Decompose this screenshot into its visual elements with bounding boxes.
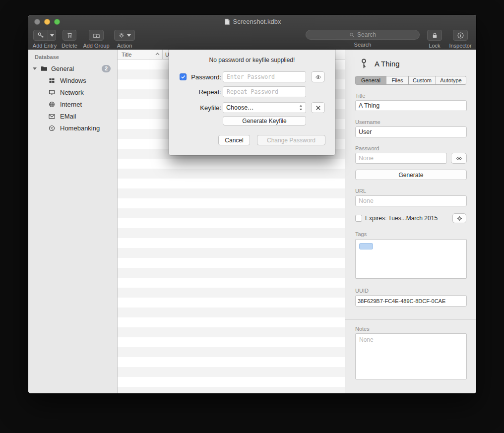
tab-autotype[interactable]: Autotype <box>436 76 466 84</box>
popup-stepper-icon <box>299 105 303 111</box>
key-icon <box>357 57 372 71</box>
globe-icon <box>48 101 56 108</box>
toolbar-item-add-group: Add Group <box>81 30 112 49</box>
sidebar-item-label: General <box>51 65 74 72</box>
delete-label: Delete <box>60 43 79 49</box>
coin-percent-icon <box>48 124 56 132</box>
delete-button[interactable] <box>63 30 76 41</box>
action-label: Action <box>113 43 136 49</box>
column-header-title[interactable]: Title <box>122 52 131 58</box>
sidebar-item-windows[interactable]: Windows <box>28 74 117 86</box>
search-icon <box>349 32 355 38</box>
action-button[interactable] <box>114 30 135 41</box>
window-title: Screenshot.kdbx <box>233 18 281 25</box>
add-entry-button[interactable] <box>33 30 56 41</box>
inspector-button[interactable] <box>453 30 468 41</box>
traffic-lights <box>34 19 60 25</box>
entry-header: A Thing <box>345 50 476 69</box>
dialog-repeat-input[interactable] <box>223 86 306 97</box>
uuid-field[interactable] <box>355 295 467 307</box>
padlock-icon <box>431 32 439 39</box>
gear-icon <box>456 215 463 222</box>
change-password-button[interactable]: Change Password <box>257 135 325 145</box>
tags-field-label: Tags <box>355 231 466 237</box>
dialog-password-input[interactable] <box>223 71 306 82</box>
key-plus-icon <box>34 30 48 40</box>
titlebar[interactable]: Screenshot.kdbx <box>28 15 476 28</box>
section-divider <box>345 319 476 320</box>
reveal-password-button[interactable] <box>451 153 467 164</box>
sidebar-item-internet[interactable]: Internet <box>28 98 117 110</box>
add-entry-label: Add Entry <box>30 43 60 49</box>
url-field-label: URL <box>355 188 466 194</box>
x-icon <box>315 105 321 111</box>
windows-icon <box>48 77 56 84</box>
eye-icon <box>314 74 322 80</box>
generate-password-button[interactable]: Generate <box>355 170 467 180</box>
notes-field-label: Notes <box>355 326 466 332</box>
monitor-icon <box>48 89 56 96</box>
generate-keyfile-button[interactable]: Generate Keyfile <box>223 116 306 125</box>
toolbar-item-add-entry: Add Entry <box>30 30 60 49</box>
sidebar-item-label: Internet <box>60 101 82 108</box>
sidebar-item-label: Homebanking <box>60 124 100 132</box>
sidebar-item-label: EMail <box>60 113 76 120</box>
sidebar-item-label: Network <box>60 89 84 96</box>
notes-field[interactable] <box>355 333 467 379</box>
sidebar-item-network[interactable]: Network <box>28 86 117 98</box>
uuid-field-label: UUID <box>355 288 466 294</box>
envelope-icon <box>48 113 56 120</box>
expires-checkbox[interactable] <box>355 215 362 222</box>
info-icon <box>457 32 464 39</box>
cancel-button[interactable]: Cancel <box>218 135 250 145</box>
toolbar-item-search: Search Search <box>306 30 420 48</box>
search-label: Search <box>306 42 420 48</box>
toolbar-item-lock: Lock <box>424 30 445 49</box>
url-field[interactable] <box>355 195 467 206</box>
expires-options-button[interactable] <box>452 213 466 223</box>
sidebar-item-email[interactable]: EMail <box>28 110 117 122</box>
password-enabled-checkbox[interactable] <box>180 73 187 80</box>
username-field-label: Username <box>355 119 466 125</box>
username-field[interactable] <box>355 126 467 137</box>
sidebar-item-general[interactable]: General 2 <box>28 62 117 74</box>
zoom-button[interactable] <box>54 19 60 25</box>
add-group-button[interactable] <box>89 30 104 41</box>
search-placeholder: Search <box>357 31 376 38</box>
tab-files[interactable]: Files <box>386 76 409 84</box>
entry-count-badge: 2 <box>102 65 111 72</box>
inspector-label: Inspector <box>447 43 473 49</box>
title-field[interactable] <box>355 100 467 111</box>
sidebar-item-label: Windows <box>60 77 86 84</box>
sort-ascending-icon <box>155 53 160 56</box>
gear-icon <box>118 32 125 39</box>
folder-plus-icon <box>93 32 100 39</box>
sidebar: Database General 2 Windows Network Inter… <box>28 50 118 393</box>
search-input[interactable]: Search <box>306 30 420 40</box>
tab-general[interactable]: General <box>356 76 386 84</box>
dialog-reveal-password-button[interactable] <box>311 71 325 82</box>
title-field-label: Title <box>355 93 466 99</box>
password-field[interactable] <box>355 153 447 164</box>
close-button[interactable] <box>34 19 40 25</box>
tab-custom[interactable]: Custom <box>409 76 436 84</box>
chevron-down-icon[interactable] <box>48 30 56 40</box>
keyfile-popup-button[interactable]: Choose… <box>223 102 306 113</box>
minimize-button[interactable] <box>44 19 50 25</box>
change-password-dialog: No password or keyfile supplied! Passwor… <box>169 50 335 155</box>
dialog-repeat-label: Repeat: <box>169 88 221 96</box>
chevron-down-icon <box>127 34 131 37</box>
toolbar-item-action: Action <box>113 30 136 49</box>
lock-button[interactable] <box>427 30 442 41</box>
expires-label: Expires: Tues...March 2015 <box>365 215 438 222</box>
document-icon <box>224 18 231 25</box>
clear-keyfile-button[interactable] <box>311 102 325 113</box>
window-header: Screenshot.kdbx Add Entry Delete Add Gro <box>28 15 476 50</box>
tag-chip[interactable] <box>359 243 373 249</box>
entry-title: A Thing <box>375 60 400 68</box>
disclosure-triangle-icon[interactable] <box>32 66 37 71</box>
column-divider[interactable] <box>162 50 163 59</box>
sidebar-item-homebanking[interactable]: Homebanking <box>28 122 117 134</box>
dialog-message: No password or keyfile supplied! <box>169 50 335 63</box>
tags-field[interactable] <box>355 239 467 279</box>
